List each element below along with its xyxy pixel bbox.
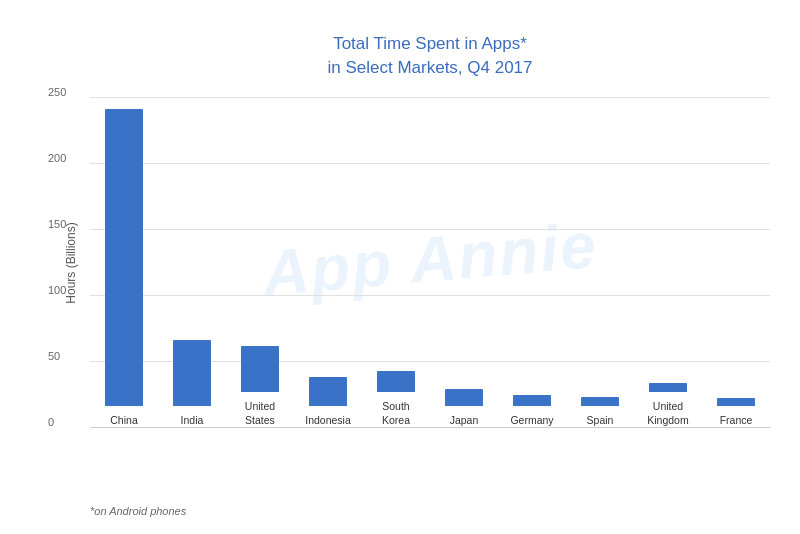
- bar: [173, 340, 211, 406]
- bar: [377, 371, 415, 392]
- bar: [309, 377, 347, 406]
- bar: [445, 389, 483, 406]
- grid-label: 150: [48, 218, 66, 230]
- chart-title: Total Time Spent in Apps* in Select Mark…: [90, 32, 770, 80]
- bar-group: Germany: [498, 395, 566, 427]
- bar: [513, 395, 551, 406]
- bar-group: France: [702, 398, 770, 428]
- grid-label: 0: [48, 416, 54, 428]
- bar-label: Japan: [450, 414, 479, 428]
- bar: [649, 383, 687, 392]
- grid-label: 250: [48, 86, 66, 98]
- chart-container: Total Time Spent in Apps* in Select Mark…: [10, 12, 790, 522]
- bar-group: UnitedKingdom: [634, 383, 702, 428]
- bar: [241, 346, 279, 392]
- bar-group: Japan: [430, 389, 498, 428]
- bar-group: SouthKorea: [362, 371, 430, 427]
- bar-group: China: [90, 109, 158, 428]
- x-axis-line: [90, 427, 770, 428]
- bar-group: India: [158, 340, 226, 428]
- bar: [717, 398, 755, 406]
- bar-label: China: [110, 414, 137, 428]
- bar-label: Spain: [587, 414, 614, 428]
- bar-label: UnitedKingdom: [647, 400, 688, 427]
- grid-label: 50: [48, 350, 60, 362]
- bar: [105, 109, 143, 406]
- bar-group: Indonesia: [294, 377, 362, 428]
- bar-label: France: [720, 414, 753, 428]
- bar-group: Spain: [566, 397, 634, 428]
- bar-label: Indonesia: [305, 414, 351, 428]
- bars-area: ChinaIndiaUnitedStatesIndonesiaSouthKore…: [90, 98, 770, 428]
- bar-label: India: [181, 414, 204, 428]
- chart-area: Hours (Billions) App Annie 0501001502002…: [90, 98, 770, 428]
- bar-label: Germany: [510, 414, 553, 428]
- grid-label: 200: [48, 152, 66, 164]
- bar-label: UnitedStates: [245, 400, 275, 427]
- footnote: *on Android phones: [90, 505, 186, 517]
- grid-label: 100: [48, 284, 66, 296]
- bar-group: UnitedStates: [226, 346, 294, 427]
- bar: [581, 397, 619, 406]
- bar-label: SouthKorea: [382, 400, 410, 427]
